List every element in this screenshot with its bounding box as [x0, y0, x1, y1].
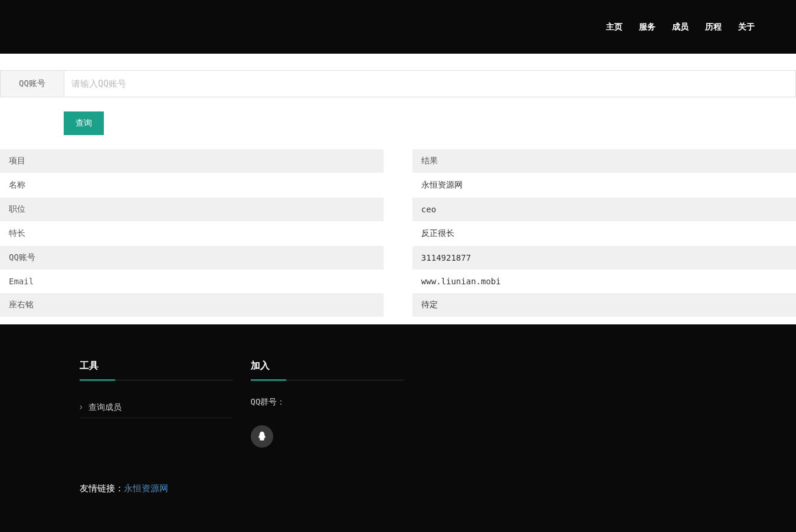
tools-query-member[interactable]: 查询成员 — [80, 397, 233, 418]
header-item: 项目 — [0, 149, 384, 173]
search-bar: QQ账号 — [0, 70, 796, 97]
penguin-icon — [256, 431, 268, 442]
join-qq-group: QQ群号： — [251, 397, 404, 408]
friend-links: 友情链接：永恒资源网 — [71, 483, 726, 518]
nav-about[interactable]: 关于 — [738, 22, 755, 32]
button-wrap: 查询 — [0, 97, 796, 149]
nav-history[interactable]: 历程 — [705, 22, 722, 32]
join-title: 加入 — [251, 360, 404, 380]
main-nav: 主页 服务 成员 历程 关于 — [606, 22, 755, 32]
table-row: 特长反正很长 — [0, 222, 796, 246]
nav-members[interactable]: 成员 — [672, 22, 689, 32]
table-row: 座右铭待定 — [0, 293, 796, 317]
qq-input[interactable] — [64, 71, 795, 97]
search-label: QQ账号 — [1, 71, 64, 97]
qq-icon[interactable] — [251, 425, 273, 448]
table-header-row: 项目 结果 — [0, 149, 796, 173]
table-row: 职位ceo — [0, 198, 796, 222]
friend-link-yongheng[interactable]: 永恒资源网 — [124, 483, 168, 493]
table-row: Emailwww.liunian.mobi — [0, 270, 796, 293]
tools-title: 工具 — [80, 360, 233, 380]
query-button[interactable]: 查询 — [64, 111, 104, 135]
result-table: 项目 结果 名称永恒资源网 职位ceo 特长反正很长 QQ账号311492187… — [0, 149, 796, 317]
footer: 工具 查询成员 加入 QQ群号： 友情链接：永恒资源网 © 2020 永恒资源网… — [0, 324, 796, 532]
footer-tools: 工具 查询成员 — [80, 360, 233, 448]
table-row: 名称永恒资源网 — [0, 173, 796, 198]
nav-service[interactable]: 服务 — [639, 22, 656, 32]
header-result: 结果 — [412, 149, 796, 173]
table-row: QQ账号3114921877 — [0, 246, 796, 270]
nav-home[interactable]: 主页 — [606, 22, 623, 32]
copyright: © 2020 永恒资源网 All Rights Reserved. — [0, 518, 796, 532]
header: 主页 服务 成员 历程 关于 — [0, 0, 796, 54]
footer-join: 加入 QQ群号： — [251, 360, 404, 448]
